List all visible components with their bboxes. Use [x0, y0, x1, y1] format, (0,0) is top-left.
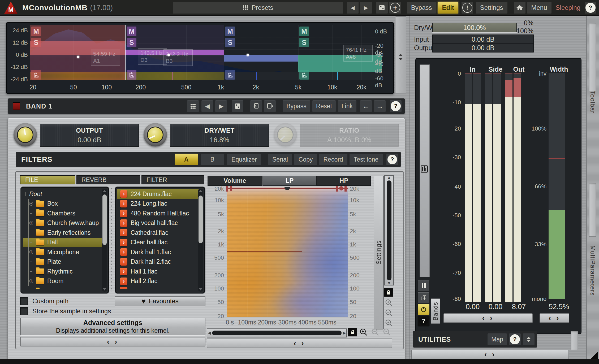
tree-item-root[interactable]: Root — [23, 189, 103, 199]
global-drywet-slider[interactable]: 100.0% — [432, 23, 517, 32]
band-routing-icon[interactable] — [127, 70, 136, 80]
h-zoom-fit-button[interactable] — [383, 328, 391, 336]
tree-item-folder[interactable]: Hall — [23, 238, 106, 248]
tree-item-folder[interactable]: Rhythmic — [23, 267, 106, 276]
band3-handle[interactable] — [247, 54, 249, 56]
filter-b-button[interactable]: B — [201, 154, 224, 165]
meter-scroller[interactable]: ‹ › — [443, 313, 533, 323]
file-item[interactable]: ♪Cathedral.flac — [117, 228, 199, 238]
edit-button[interactable]: Edit — [438, 2, 458, 14]
band-bypass-button[interactable]: Bypass — [283, 100, 310, 112]
file-item[interactable]: ♪Dark hall 2.flac — [117, 257, 199, 267]
notification-button[interactable]: ! — [462, 2, 473, 14]
next-preset-button[interactable]: ▶ — [360, 2, 372, 14]
resize-handle[interactable] — [590, 352, 598, 359]
band-mid-button[interactable]: M — [299, 27, 309, 36]
file-item[interactable]: ♪224 Long.flac — [117, 199, 199, 209]
ir-settings-button[interactable]: Settings — [374, 176, 384, 330]
v-zoom-fit-button[interactable] — [385, 319, 393, 327]
tree-item-folder[interactable]: Early reflections — [23, 228, 106, 238]
band-random-button[interactable] — [232, 100, 243, 112]
band-color-swatch[interactable] — [13, 102, 20, 110]
settings-button[interactable]: Settings — [476, 2, 507, 14]
bands-button[interactable]: Bands — [431, 298, 440, 324]
presets-button[interactable]: Presets — [173, 2, 343, 14]
band-copy-button[interactable] — [264, 100, 276, 112]
file-item[interactable]: ♪480 Random Hall.flac — [117, 209, 199, 218]
drywet-value-panel[interactable]: DRY/WET 16.8% — [170, 124, 269, 147]
tree-item-folder[interactable]: +Box — [23, 199, 106, 209]
utilities-collapse-button[interactable] — [523, 333, 535, 345]
width-scroller[interactable]: ‹ › — [540, 313, 569, 323]
band-mid-button[interactable]: M — [31, 27, 41, 36]
filter-a-button[interactable]: A — [175, 154, 198, 165]
serial-button[interactable]: Serial — [268, 154, 292, 165]
impulse-response-spectrogram[interactable] — [227, 187, 348, 317]
tree-scrollbar[interactable] — [102, 189, 107, 292]
band-reset-button[interactable]: Reset — [312, 100, 336, 112]
band-side-button[interactable]: S — [225, 38, 235, 47]
browser-h-scroller[interactable]: ‹ › — [20, 337, 205, 346]
tree-item-folder[interactable]: +Microphone — [23, 247, 106, 257]
output-value-panel[interactable]: OUTPUT 0.00 dB — [40, 124, 139, 147]
band-help-button[interactable]: ? — [390, 100, 402, 112]
band-side-button[interactable]: S — [31, 38, 41, 47]
file-scrollbar[interactable] — [198, 189, 203, 292]
random-preset-button[interactable] — [376, 2, 388, 14]
meter-help-button[interactable]: ? — [417, 315, 430, 327]
h-zoom-lock-button[interactable] — [348, 328, 357, 336]
meter-pause-button[interactable] — [417, 280, 430, 291]
meter-side-slider[interactable] — [420, 64, 430, 277]
file-item[interactable]: ♪Hall 2.flac — [117, 276, 199, 286]
band-split-handle[interactable] — [125, 25, 126, 80]
file-item[interactable]: ♪Dark hall 1.flac — [117, 247, 199, 257]
expand-icon[interactable]: + — [29, 221, 33, 225]
equalizer-button[interactable]: Equalizer — [227, 154, 261, 165]
tree-item-folder[interactable]: +Room — [23, 276, 106, 286]
help-button[interactable]: ? — [585, 2, 596, 14]
tree-item-folder[interactable]: Chambers — [23, 209, 106, 218]
file-item[interactable]: ♪Hall 1.flac — [117, 267, 199, 276]
tree-item-folder[interactable]: Plate — [23, 257, 106, 267]
tab-file[interactable]: FILE — [20, 175, 75, 184]
add-preset-button[interactable]: + — [389, 2, 401, 14]
menu-button[interactable]: Menu — [527, 2, 551, 14]
tab-multiparameters[interactable]: MultiParameters — [586, 244, 599, 297]
previous-preset-button[interactable]: ◀ — [347, 2, 359, 14]
collapse-toggle-button[interactable] — [397, 51, 404, 63]
envelope-right-handle-2[interactable] — [344, 186, 347, 192]
file-item[interactable]: ♪224 Drums.flac — [117, 189, 199, 199]
map-button[interactable]: Map — [488, 333, 507, 345]
band-next-button[interactable]: ▶ — [215, 100, 227, 112]
expand-icon[interactable]: + — [29, 250, 33, 254]
tab-lp[interactable]: LP — [262, 176, 317, 186]
band-routing-icon[interactable] — [225, 70, 235, 80]
envelope-right-handle[interactable] — [336, 186, 338, 192]
tab-toolbar[interactable]: Toolbar — [586, 88, 599, 117]
band-mid-button[interactable]: M — [225, 27, 235, 36]
home-button[interactable] — [514, 2, 525, 14]
meter-enable-button[interactable] — [417, 304, 430, 315]
band1-handle[interactable] — [77, 56, 79, 58]
band-side-button[interactable]: S — [127, 38, 136, 47]
bypass-button[interactable]: Bypass — [407, 2, 436, 14]
band-mid-button[interactable]: M — [127, 27, 136, 36]
record-button[interactable]: Record — [319, 154, 347, 165]
tab-reverb[interactable]: REVERB — [76, 175, 140, 184]
band-routing-icon[interactable] — [299, 70, 309, 80]
band-right-button[interactable]: → — [374, 100, 386, 112]
v-zoom-out-button[interactable] — [385, 309, 393, 317]
drywet-knob[interactable] — [144, 123, 167, 146]
ir-h-scrollbar[interactable]: ◀ ▶ — [207, 328, 347, 337]
advanced-settings-button[interactable]: Advanced settings Displays additional se… — [20, 318, 205, 335]
tab-volume[interactable]: Volume — [208, 176, 262, 186]
h-zoom-out-button[interactable] — [371, 328, 379, 336]
tab-hp[interactable]: HP — [317, 176, 371, 186]
band-side-button[interactable]: S — [299, 38, 309, 47]
test-tone-button[interactable]: Test tone — [350, 154, 383, 165]
tab-filter[interactable]: FILTER — [141, 175, 204, 184]
expand-icon[interactable]: + — [29, 279, 33, 283]
tree-item-folder[interactable]: +Church (www.haup — [23, 218, 106, 228]
v-zoom-in-button[interactable] — [385, 299, 393, 307]
band-routing-icon[interactable] — [31, 70, 41, 80]
